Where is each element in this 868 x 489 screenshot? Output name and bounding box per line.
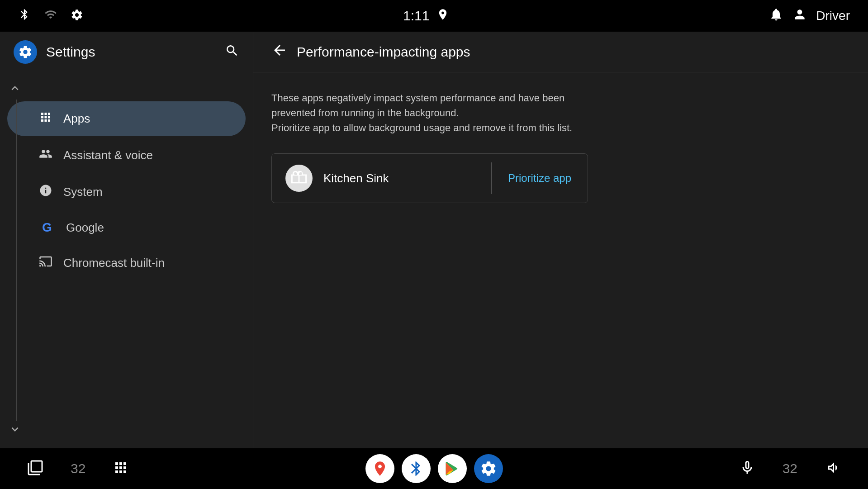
wifi-status-icon xyxy=(44,8,57,24)
bluetooth-status-icon xyxy=(18,8,31,24)
collapse-up-button[interactable] xyxy=(8,81,22,98)
sidebar-divider-line xyxy=(16,100,17,421)
google-icon: G xyxy=(39,220,55,235)
sidebar-item-system-label: System xyxy=(63,185,103,199)
content-body: These apps negatively impact system perf… xyxy=(253,72,868,448)
display-settings-icon xyxy=(71,9,83,23)
back-button[interactable] xyxy=(271,42,288,62)
maps-app-icon[interactable] xyxy=(365,454,394,483)
assistant-icon xyxy=(39,147,52,164)
content-header: Performance-impacting apps xyxy=(253,32,868,72)
system-icon xyxy=(39,184,52,200)
sidebar-nav: Apps Assistant & voice System xyxy=(0,72,253,448)
main-layout: Settings Apps xyxy=(0,32,868,448)
driver-label: Driver xyxy=(816,9,850,23)
search-icon[interactable] xyxy=(225,43,239,61)
apps-grid-icon[interactable] xyxy=(113,460,129,478)
sidebar-item-assistant-label: Assistant & voice xyxy=(63,148,153,162)
sidebar-item-apps-label: Apps xyxy=(63,112,90,126)
apps-icon xyxy=(39,110,52,127)
mic-icon[interactable] xyxy=(739,460,755,478)
status-bar-center: 1:11 xyxy=(403,8,449,24)
app-item-left: Kitchen Sink xyxy=(272,154,491,203)
user-icon xyxy=(792,7,807,25)
collapse-down-button[interactable] xyxy=(8,423,22,439)
sidebar-item-chromecast[interactable]: Chromecast built-in xyxy=(7,246,246,280)
sidebar-item-chromecast-label: Chromecast built-in xyxy=(63,256,165,270)
bottom-left-number: 32 xyxy=(71,461,85,476)
settings-app-icon xyxy=(14,40,37,64)
settings-app-bottom-icon[interactable] xyxy=(474,454,503,483)
nav-items: Apps Assistant & voice System xyxy=(0,72,253,287)
content-title: Performance-impacting apps xyxy=(297,44,470,60)
app-item-row: Kitchen Sink Prioritize app xyxy=(271,153,588,203)
status-bar: 1:11 Driver xyxy=(0,0,868,32)
cast-icon xyxy=(39,255,52,271)
bottom-right-number: 32 xyxy=(783,461,797,476)
status-bar-right: Driver xyxy=(769,7,850,25)
content-panel: Performance-impacting apps These apps ne… xyxy=(253,32,868,448)
bottom-bar-right: 32 xyxy=(739,460,841,478)
bluetooth-app-icon[interactable] xyxy=(402,454,431,483)
play-store-app-icon[interactable] xyxy=(438,454,467,483)
app-name: Kitchen Sink xyxy=(323,171,389,185)
bottom-bar: 32 32 xyxy=(0,448,868,489)
status-bar-left xyxy=(18,8,83,24)
sidebar-item-system[interactable]: System xyxy=(7,175,246,209)
sidebar: Settings Apps xyxy=(0,32,253,448)
app-icon xyxy=(285,165,313,192)
sidebar-item-google-label: Google xyxy=(66,221,104,235)
bottom-bar-left: 32 xyxy=(27,460,129,478)
prioritize-app-button[interactable]: Prioritize app xyxy=(492,161,588,195)
description-text: These apps negatively impact system perf… xyxy=(271,90,588,135)
recent-apps-icon[interactable] xyxy=(27,460,43,478)
sidebar-item-google[interactable]: G Google xyxy=(7,211,246,244)
clock: 1:11 xyxy=(403,8,429,24)
sidebar-title-area: Settings xyxy=(14,40,95,64)
bottom-center-apps xyxy=(365,454,503,483)
sidebar-title: Settings xyxy=(46,44,95,60)
location-icon xyxy=(436,8,449,24)
sidebar-item-assistant-voice[interactable]: Assistant & voice xyxy=(7,138,246,173)
sidebar-item-apps[interactable]: Apps xyxy=(7,101,246,136)
sidebar-header: Settings xyxy=(0,32,253,72)
volume-icon[interactable] xyxy=(825,460,841,478)
notification-icon xyxy=(769,7,783,25)
